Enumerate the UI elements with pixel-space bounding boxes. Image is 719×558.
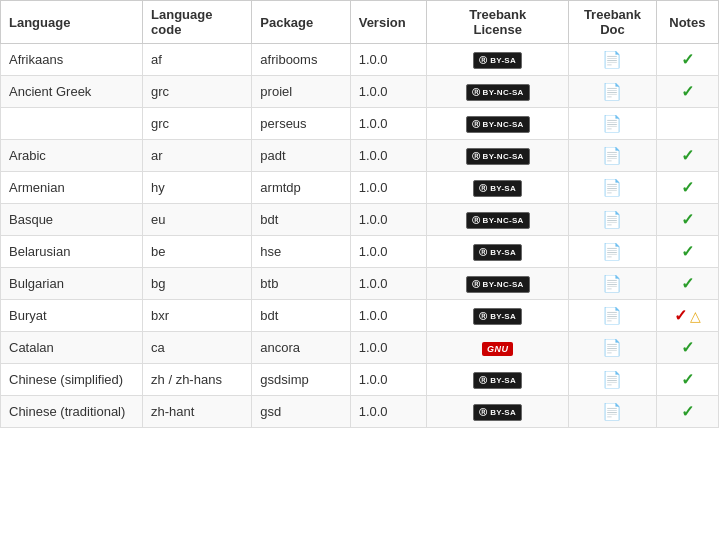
- license-badge: Ⓡ BY-SA: [473, 244, 522, 261]
- doc-icon[interactable]: 📄: [602, 51, 622, 68]
- cell-doc: 📄: [569, 300, 656, 332]
- table-row: Basque eu bdt 1.0.0 Ⓡ BY-NC-SA 📄 ✓: [1, 204, 719, 236]
- cell-code: grc: [143, 108, 252, 140]
- cell-notes: ✓: [656, 236, 718, 268]
- cell-license: Ⓡ BY-SA: [427, 44, 569, 76]
- cell-notes: ✓: [656, 396, 718, 428]
- cell-code: zh / zh-hans: [143, 364, 252, 396]
- cell-version: 1.0.0: [350, 44, 426, 76]
- col-header-doc: TreebankDoc: [569, 1, 656, 44]
- cell-code: zh-hant: [143, 396, 252, 428]
- cell-notes: ✓: [656, 268, 718, 300]
- doc-icon[interactable]: 📄: [602, 275, 622, 292]
- license-badge: Ⓡ BY-SA: [473, 372, 522, 389]
- cell-license: Ⓡ BY-SA: [427, 172, 569, 204]
- cell-license: GNU: [427, 332, 569, 364]
- cell-version: 1.0.0: [350, 140, 426, 172]
- cell-package: afribooms: [252, 44, 350, 76]
- cell-doc: 📄: [569, 76, 656, 108]
- table-row: Bulgarian bg btb 1.0.0 Ⓡ BY-NC-SA 📄 ✓: [1, 268, 719, 300]
- cell-package: btb: [252, 268, 350, 300]
- cell-notes: ✓: [656, 332, 718, 364]
- doc-icon[interactable]: 📄: [602, 307, 622, 324]
- check-icon: ✓: [681, 339, 694, 356]
- cell-notes: ✓: [656, 204, 718, 236]
- cell-doc: 📄: [569, 364, 656, 396]
- cell-version: 1.0.0: [350, 268, 426, 300]
- cell-language: Afrikaans: [1, 44, 143, 76]
- cell-doc: 📄: [569, 204, 656, 236]
- cell-doc: 📄: [569, 108, 656, 140]
- main-table: Language Language code Package Version T…: [0, 0, 719, 428]
- check-icon: ✓: [681, 211, 694, 228]
- cell-notes: [656, 108, 718, 140]
- cell-package: padt: [252, 140, 350, 172]
- cell-package: proiel: [252, 76, 350, 108]
- cell-code: grc: [143, 76, 252, 108]
- doc-icon[interactable]: 📄: [602, 147, 622, 164]
- cell-version: 1.0.0: [350, 172, 426, 204]
- doc-icon[interactable]: 📄: [602, 403, 622, 420]
- cell-version: 1.0.0: [350, 204, 426, 236]
- license-badge: Ⓡ BY-SA: [473, 52, 522, 69]
- cell-notes: ✓ △: [656, 300, 718, 332]
- col-header-license: TreebankLicense: [427, 1, 569, 44]
- col-header-code: Language code: [143, 1, 252, 44]
- cell-language: Chinese (simplified): [1, 364, 143, 396]
- doc-icon[interactable]: 📄: [602, 243, 622, 260]
- cell-license: Ⓡ BY-SA: [427, 236, 569, 268]
- license-badge: Ⓡ BY-SA: [473, 404, 522, 421]
- cell-notes: ✓: [656, 76, 718, 108]
- doc-icon[interactable]: 📄: [602, 83, 622, 100]
- cell-language: Ancient Greek: [1, 76, 143, 108]
- cell-code: ar: [143, 140, 252, 172]
- check-icon: ✓: [674, 307, 687, 324]
- table-row: Catalan ca ancora 1.0.0 GNU 📄 ✓: [1, 332, 719, 364]
- license-badge: Ⓡ BY-SA: [473, 308, 522, 325]
- check-icon: ✓: [681, 371, 694, 388]
- table-row: Armenian hy armtdp 1.0.0 Ⓡ BY-SA 📄 ✓: [1, 172, 719, 204]
- cell-package: ancora: [252, 332, 350, 364]
- cell-doc: 📄: [569, 140, 656, 172]
- cell-code: hy: [143, 172, 252, 204]
- cell-package: gsdsimp: [252, 364, 350, 396]
- table-row: Chinese (traditional) zh-hant gsd 1.0.0 …: [1, 396, 719, 428]
- table-row: Chinese (simplified) zh / zh-hans gsdsim…: [1, 364, 719, 396]
- cell-doc: 📄: [569, 332, 656, 364]
- cell-language: Belarusian: [1, 236, 143, 268]
- cell-language: Bulgarian: [1, 268, 143, 300]
- table-row: Afrikaans af afribooms 1.0.0 Ⓡ BY-SA 📄 ✓: [1, 44, 719, 76]
- cell-doc: 📄: [569, 44, 656, 76]
- cell-package: armtdp: [252, 172, 350, 204]
- table-row: Arabic ar padt 1.0.0 Ⓡ BY-NC-SA 📄 ✓: [1, 140, 719, 172]
- cell-code: be: [143, 236, 252, 268]
- doc-icon[interactable]: 📄: [602, 371, 622, 388]
- cell-version: 1.0.0: [350, 300, 426, 332]
- col-header-language: Language: [1, 1, 143, 44]
- table-row: Belarusian be hse 1.0.0 Ⓡ BY-SA 📄 ✓: [1, 236, 719, 268]
- cell-version: 1.0.0: [350, 364, 426, 396]
- cell-language: [1, 108, 143, 140]
- cell-code: bg: [143, 268, 252, 300]
- cell-doc: 📄: [569, 396, 656, 428]
- cell-license: Ⓡ BY-NC-SA: [427, 268, 569, 300]
- license-badge: Ⓡ BY-NC-SA: [466, 84, 530, 101]
- table-row: Ancient Greek grc proiel 1.0.0 Ⓡ BY-NC-S…: [1, 76, 719, 108]
- table-row: Buryat bxr bdt 1.0.0 Ⓡ BY-SA 📄 ✓ △: [1, 300, 719, 332]
- cell-code: bxr: [143, 300, 252, 332]
- cell-license: Ⓡ BY-NC-SA: [427, 108, 569, 140]
- cell-code: ca: [143, 332, 252, 364]
- doc-icon[interactable]: 📄: [602, 211, 622, 228]
- cell-version: 1.0.0: [350, 396, 426, 428]
- doc-icon[interactable]: 📄: [602, 115, 622, 132]
- cell-package: hse: [252, 236, 350, 268]
- cell-version: 1.0.0: [350, 236, 426, 268]
- doc-icon[interactable]: 📄: [602, 179, 622, 196]
- cell-language: Buryat: [1, 300, 143, 332]
- table-row: grc perseus 1.0.0 Ⓡ BY-NC-SA 📄: [1, 108, 719, 140]
- check-icon: ✓: [681, 51, 694, 68]
- doc-icon[interactable]: 📄: [602, 339, 622, 356]
- license-badge: Ⓡ BY-NC-SA: [466, 212, 530, 229]
- check-icon: ✓: [681, 147, 694, 164]
- col-header-notes: Notes: [656, 1, 718, 44]
